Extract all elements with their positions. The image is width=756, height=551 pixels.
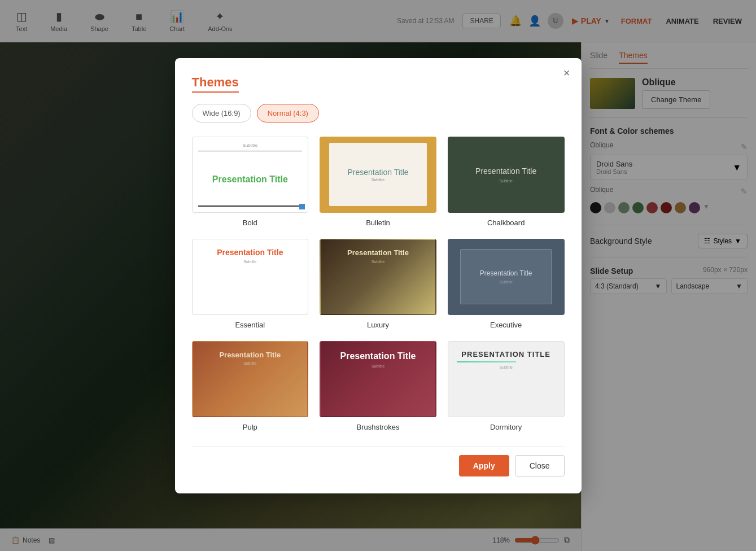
theme-img-dormitory: PRESENTATION TITLE Subtitle <box>448 341 565 417</box>
theme-card-executive[interactable]: Presentation Title Subtitle Executive <box>448 239 565 330</box>
theme-img-essential: Presentation Title Subtitle <box>192 239 309 315</box>
theme-grid: Subtitle Presentation Title Bold Present… <box>192 137 565 432</box>
themes-modal: × Themes Wide (16:9) Normal (4:3) Subtit… <box>175 58 582 493</box>
chalkboard-sub: Subtitle <box>499 179 512 183</box>
bulletin-label: Bulletin <box>366 218 390 227</box>
luxury-title: Presentation Title <box>329 248 427 258</box>
theme-card-dormitory[interactable]: PRESENTATION TITLE Subtitle Dormitory <box>448 341 565 432</box>
theme-img-chalkboard: Presentation Title Subtitle <box>448 137 565 213</box>
dormitory-sub: Subtitle <box>457 365 556 369</box>
bold-corner-accent <box>299 204 305 209</box>
theme-img-bold: Subtitle Presentation Title <box>192 137 309 213</box>
modal-close-button[interactable]: × <box>563 67 570 80</box>
modal-footer: Apply Close <box>192 446 565 476</box>
bold-label: Bold <box>243 218 257 227</box>
chalkboard-title: Presentation Title <box>475 166 536 176</box>
theme-img-brushstrokes: Presentation Title Subtitle <box>320 341 436 417</box>
dormitory-title: PRESENTATION TITLE <box>457 350 556 359</box>
theme-img-executive: Presentation Title Subtitle <box>448 239 565 315</box>
executive-label: Executive <box>490 321 522 329</box>
theme-card-bold[interactable]: Subtitle Presentation Title Bold <box>192 137 309 228</box>
bulletin-sub: Subtitle <box>372 178 384 182</box>
theme-card-luxury[interactable]: Presentation Title Subtitle Luxury <box>320 239 436 330</box>
pulp-label: Pulp <box>243 423 257 431</box>
modal-title: Themes <box>192 75 239 93</box>
brushstrokes-sub: Subtitle <box>329 364 427 368</box>
bold-subtitle: Subtitle <box>198 143 303 148</box>
dormitory-label: Dormitory <box>490 423 522 431</box>
normal-aspect-button[interactable]: Normal (4:3) <box>257 104 319 123</box>
executive-sub: Subtitle <box>499 280 512 284</box>
apply-button[interactable]: Apply <box>459 455 509 476</box>
theme-card-essential[interactable]: Presentation Title Subtitle Essential <box>192 239 309 330</box>
essential-title: Presentation Title <box>201 248 300 257</box>
modal-overlay: × Themes Wide (16:9) Normal (4:3) Subtit… <box>0 0 756 551</box>
close-button[interactable]: Close <box>515 455 565 476</box>
luxury-label: Luxury <box>367 321 389 329</box>
executive-title: Presentation Title <box>480 269 532 278</box>
essential-sub: Subtitle <box>201 260 300 264</box>
chalkboard-label: Chalkboard <box>487 218 525 227</box>
theme-card-chalkboard[interactable]: Presentation Title Subtitle Chalkboard <box>448 137 565 228</box>
theme-img-luxury: Presentation Title Subtitle <box>320 239 436 315</box>
essential-label: Essential <box>235 321 265 329</box>
wide-aspect-button[interactable]: Wide (16:9) <box>192 104 251 123</box>
pulp-sub: Subtitle <box>202 361 299 365</box>
brushstrokes-title: Presentation Title <box>329 351 427 361</box>
bold-title: Presentation Title <box>198 174 303 185</box>
dormitory-line <box>457 361 516 362</box>
theme-card-brushstrokes[interactable]: Presentation Title Subtitle Brushstrokes <box>320 341 436 432</box>
pulp-title: Presentation Title <box>202 351 299 359</box>
luxury-sub: Subtitle <box>329 260 427 264</box>
aspect-ratio-buttons: Wide (16:9) Normal (4:3) <box>192 104 565 123</box>
theme-img-pulp: Presentation Title Subtitle <box>192 341 309 417</box>
theme-img-bulletin: Presentation Title Subtitle <box>320 137 436 213</box>
theme-card-pulp[interactable]: Presentation Title Subtitle Pulp <box>192 341 309 432</box>
bulletin-title: Presentation Title <box>347 167 408 177</box>
theme-card-bulletin[interactable]: Presentation Title Subtitle Bulletin <box>320 137 436 228</box>
brushstrokes-label: Brushstrokes <box>357 423 400 431</box>
